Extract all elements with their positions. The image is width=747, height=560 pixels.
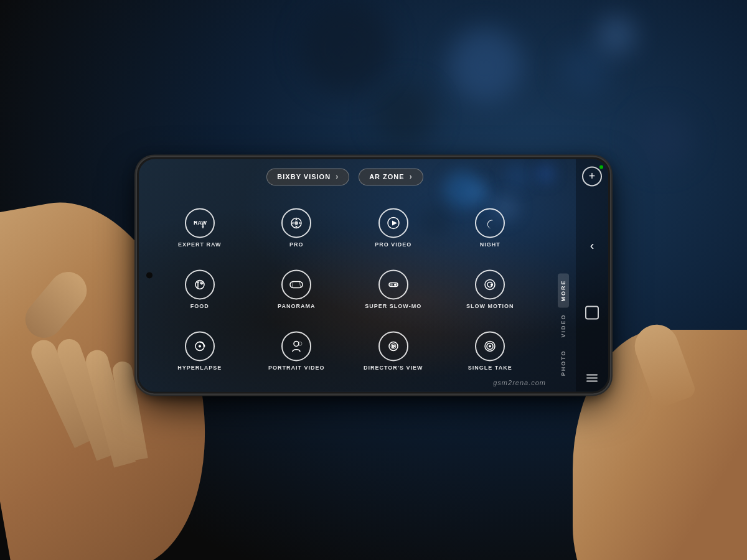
tab-video[interactable]: VIDEO (558, 308, 569, 344)
super-slow-mo-label: SUPER SLOW-MO (365, 303, 421, 309)
night-icon (475, 208, 505, 238)
svg-line-10 (292, 281, 293, 287)
mode-hyperlapse[interactable]: HYPERLAPSE (151, 320, 248, 382)
panorama-icon (281, 269, 311, 299)
mode-pro-video[interactable]: PRO VIDEO (345, 197, 442, 258)
svg-point-14 (394, 283, 397, 286)
watermark: gsm2rena.com (493, 379, 546, 386)
night-label: NIGHT (480, 241, 500, 248)
recents-line-2 (586, 377, 598, 378)
mode-expert-raw[interactable]: RAW EXPERT RAW (151, 197, 248, 258)
pro-label: PRO (289, 241, 304, 248)
recents-line-3 (586, 380, 598, 381)
panorama-label: PANORAMA (278, 303, 315, 309)
camera-modes-grid: RAW EXPERT RAW (151, 197, 538, 382)
add-button[interactable]: + (582, 166, 602, 186)
single-take-icon (475, 332, 505, 362)
svg-point-15 (485, 279, 495, 289)
mode-pro[interactable]: PRO (248, 197, 345, 258)
arzone-label: AR ZONE (369, 173, 405, 180)
super-slow-mo-icon (378, 269, 408, 299)
mode-directors-view[interactable]: DIRECTOR'S VIEW (345, 320, 442, 382)
directors-view-label: DIRECTOR'S VIEW (364, 365, 423, 371)
hyperlapse-icon (185, 332, 215, 362)
svg-point-3 (294, 221, 298, 225)
food-label: FOOD (190, 303, 209, 309)
svg-line-11 (299, 281, 301, 287)
tab-photo[interactable]: PHOTO (558, 344, 569, 383)
pro-video-icon (378, 208, 408, 238)
home-button[interactable] (585, 306, 599, 319)
expert-raw-label: EXPERT RAW (178, 241, 222, 248)
top-feature-buttons: BIXBY VISION › AR ZONE › (151, 168, 538, 185)
back-button[interactable]: ‹ (590, 239, 594, 253)
camera-mode-tabs: MORE VIDEO PHOTO (551, 159, 576, 391)
ar-zone-button[interactable]: AR ZONE › (359, 168, 423, 185)
directors-view-icon (378, 332, 408, 362)
recents-button[interactable] (584, 371, 600, 384)
pro-icon (281, 208, 311, 238)
single-take-label: SINGLE TAKE (468, 365, 512, 371)
portrait-video-icon (281, 332, 311, 362)
expert-raw-icon: RAW (185, 208, 215, 238)
bixby-label: BIXBY VISION (277, 173, 331, 180)
mode-food[interactable]: FOOD (151, 259, 248, 320)
mode-panorama[interactable]: PANORAMA (248, 259, 345, 320)
bixby-vision-button[interactable]: BIXBY VISION › (266, 168, 349, 185)
mode-super-slow-mo[interactable]: SUPER SLOW-MO (345, 259, 442, 320)
portrait-video-label: PORTRAIT VIDEO (268, 365, 325, 371)
phone-screen: BIXBY VISION › AR ZONE › (139, 159, 608, 391)
mode-portrait-video[interactable]: PORTRAIT VIDEO (248, 320, 345, 382)
tab-more[interactable]: MORE (558, 274, 569, 308)
svg-point-13 (390, 283, 393, 286)
food-icon (185, 269, 215, 299)
svg-point-19 (199, 345, 201, 348)
system-nav-panel: + ‹ (576, 159, 608, 391)
svg-point-17 (491, 283, 493, 286)
pro-video-label: PRO VIDEO (375, 241, 411, 248)
svg-point-29 (489, 345, 491, 348)
recents-line-1 (586, 374, 598, 375)
phone-frame: BIXBY VISION › AR ZONE › (137, 157, 610, 393)
bixby-arrow: › (336, 172, 339, 181)
mode-night[interactable]: NIGHT (442, 197, 539, 258)
hyperlapse-label: HYPERLAPSE (177, 365, 222, 371)
mode-single-take[interactable]: SINGLE TAKE (442, 320, 539, 382)
camera-modes-area: BIXBY VISION › AR ZONE › (139, 159, 551, 391)
svg-marker-5 (392, 220, 397, 225)
background: BIXBY VISION › AR ZONE › (0, 0, 747, 560)
mode-slow-motion[interactable]: SLOW MOTION (442, 259, 539, 320)
arzone-arrow: › (410, 172, 413, 181)
slow-motion-label: SLOW MOTION (466, 303, 514, 309)
svg-text:RAW: RAW (194, 220, 207, 226)
slow-motion-icon (475, 269, 505, 299)
